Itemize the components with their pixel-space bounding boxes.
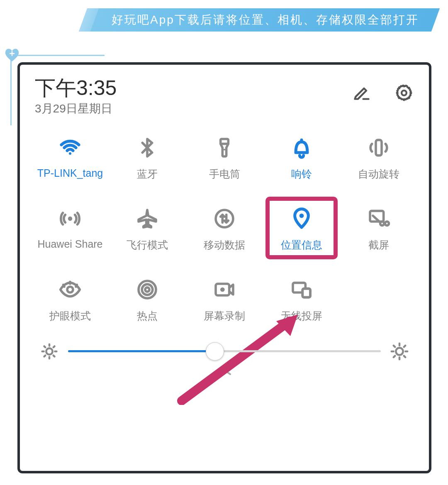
svg-point-7 — [299, 213, 304, 218]
tile-empty — [340, 273, 417, 323]
tile-auto-rotate[interactable]: 自动旋转 — [340, 132, 417, 181]
clock-time: 下午3:35 — [35, 77, 117, 99]
svg-rect-4 — [376, 140, 382, 155]
edit-button[interactable] — [352, 83, 372, 103]
tile-location[interactable]: 位置信息 — [263, 202, 340, 252]
bluetooth-icon — [136, 132, 159, 164]
tile-wireless-projection[interactable]: 无线投屏 — [263, 273, 340, 323]
brightness-slider[interactable] — [68, 343, 381, 360]
tile-mobile-data[interactable]: 移动数据 — [186, 202, 263, 252]
tile-airplane[interactable]: 飞行模式 — [109, 202, 186, 252]
pencil-icon — [353, 84, 371, 102]
tile-label: 响铃 — [291, 167, 312, 181]
heart-plus-icon — [3, 46, 21, 64]
phone-frame: 下午3:35 3月29日星期日 TP-LINK_tang — [17, 62, 431, 473]
svg-point-3 — [224, 149, 225, 150]
instruction-banner: 好玩吧App下载后请将位置、相机、存储权限全部打开 — [83, 8, 436, 32]
brightness-high-icon — [389, 341, 410, 362]
svg-rect-2 — [221, 139, 229, 144]
tile-label: 飞行模式 — [127, 238, 168, 252]
airplane-icon — [136, 202, 159, 235]
tile-huawei-share[interactable]: Huawei Share — [32, 202, 109, 252]
bell-icon — [290, 132, 313, 164]
tile-label: Huawei Share — [37, 238, 102, 250]
auto-rotate-icon — [367, 132, 390, 164]
screenshot-icon — [367, 202, 390, 235]
tile-bluetooth[interactable]: 蓝牙 — [109, 132, 186, 181]
wireless-projection-icon — [290, 273, 313, 306]
svg-point-12 — [145, 287, 149, 291]
tile-label: 热点 — [137, 309, 158, 323]
collapse-handle[interactable] — [32, 364, 417, 378]
screen-record-icon — [213, 273, 236, 306]
tile-label: 护眼模式 — [49, 309, 91, 323]
tile-label: 手电筒 — [209, 167, 240, 181]
svg-point-13 — [142, 284, 153, 295]
huawei-share-icon — [58, 202, 82, 235]
hotspot-icon — [136, 273, 159, 306]
svg-point-16 — [220, 287, 225, 292]
brightness-low-icon — [39, 341, 60, 362]
svg-point-20 — [46, 348, 52, 354]
tile-flashlight[interactable]: 手电筒 — [186, 132, 263, 181]
svg-point-11 — [67, 287, 73, 292]
tile-label: 位置信息 — [281, 238, 322, 252]
tile-label: 截屏 — [368, 238, 389, 252]
svg-point-1 — [69, 152, 71, 154]
brightness-row — [32, 325, 417, 364]
tile-label: 自动旋转 — [358, 167, 399, 181]
tile-eye-comfort[interactable]: 护眼模式 — [32, 273, 109, 323]
svg-point-5 — [68, 216, 72, 220]
chevron-up-icon — [214, 366, 235, 378]
settings-button[interactable] — [394, 83, 414, 103]
tile-label: 屏幕录制 — [204, 309, 245, 323]
wifi-icon — [58, 132, 82, 164]
svg-point-6 — [216, 210, 233, 227]
quick-settings-grid: TP-LINK_tang 蓝牙 手电筒 响铃 — [32, 125, 417, 325]
svg-point-21 — [396, 348, 403, 355]
tile-sound[interactable]: 响铃 — [263, 132, 340, 181]
quick-settings-panel: 下午3:35 3月29日星期日 TP-LINK_tang — [20, 65, 429, 471]
tile-screen-record[interactable]: 屏幕录制 — [186, 273, 263, 323]
tile-label: 蓝牙 — [137, 167, 158, 181]
tile-label: TP-LINK_tang — [37, 167, 103, 179]
mobile-data-icon — [213, 202, 236, 235]
gear-icon — [395, 84, 413, 102]
eye-comfort-icon — [58, 273, 82, 306]
banner-text: 好玩吧App下载后请将位置、相机、存储权限全部打开 — [112, 12, 419, 28]
flashlight-icon — [213, 132, 236, 164]
svg-point-0 — [402, 90, 407, 95]
clock-date: 3月29日星期日 — [35, 101, 117, 117]
location-icon — [290, 202, 313, 235]
tile-wifi[interactable]: TP-LINK_tang — [32, 132, 109, 181]
tile-hotspot[interactable]: 热点 — [109, 273, 186, 323]
tile-label: 无线投屏 — [281, 309, 322, 323]
tile-screenshot[interactable]: 截屏 — [340, 202, 417, 252]
tile-label: 移动数据 — [204, 238, 245, 252]
